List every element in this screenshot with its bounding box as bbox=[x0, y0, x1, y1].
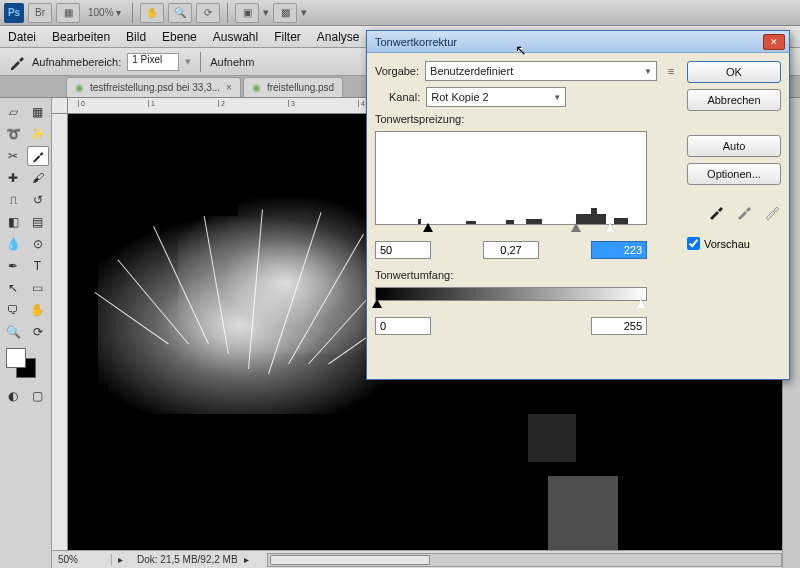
horizontal-scrollbar[interactable] bbox=[267, 553, 782, 567]
status-bar: 50% ▸ Dok: 21,5 MB/92,2 MB ▸ bbox=[52, 550, 782, 568]
tool-panel: ▱ ▦ ➰ ✨ ✂ ✚ 🖌 ⎍ ↺ ◧ ▤ 💧 ⊙ ✒ T ↖ ▭ 🗨 ✋ 🔍 … bbox=[0, 98, 52, 568]
zoom-icon[interactable]: 🔍 bbox=[168, 3, 192, 23]
type-tool[interactable]: T bbox=[27, 256, 49, 276]
app-logo: Ps bbox=[4, 3, 24, 23]
pen-tool[interactable]: ✒ bbox=[2, 256, 24, 276]
blur-tool[interactable]: 💧 bbox=[2, 234, 24, 254]
history-brush-tool[interactable]: ↺ bbox=[27, 190, 49, 210]
close-icon[interactable]: × bbox=[226, 82, 232, 93]
histogram[interactable] bbox=[375, 131, 647, 225]
menu-bild[interactable]: Bild bbox=[126, 30, 146, 44]
preset-dropdown[interactable]: Benutzerdefiniert▼ bbox=[425, 61, 657, 81]
zoom-display[interactable]: 100% ▾ bbox=[84, 7, 125, 18]
eyedropper-tool-icon bbox=[8, 53, 26, 71]
channel-dropdown[interactable]: Rot Kopie 2▼ bbox=[426, 87, 566, 107]
close-button[interactable]: ✕ bbox=[763, 34, 785, 50]
preset-menu-icon[interactable]: ≡ bbox=[663, 65, 679, 77]
menu-bearbeiten[interactable]: Bearbeiten bbox=[52, 30, 110, 44]
top-toolbar: Ps Br ▦ 100% ▾ ✋ 🔍 ⟳ ▣ ▾ ▩ ▾ bbox=[0, 0, 800, 26]
output-label: Tonwertumfang: bbox=[375, 269, 453, 281]
levels-dialog: Tonwertkorrektur ✕ Vorgabe: Benutzerdefi… bbox=[366, 30, 790, 380]
dodge-tool[interactable]: ⊙ bbox=[27, 234, 49, 254]
status-arrow-icon[interactable]: ▸ bbox=[112, 554, 129, 565]
preset-label: Vorgabe: bbox=[375, 65, 419, 77]
white-eyedropper-icon[interactable] bbox=[763, 203, 781, 221]
brush-tool[interactable]: 🖌 bbox=[27, 168, 49, 188]
preview-label: Vorschau bbox=[704, 238, 750, 250]
ruler-vertical[interactable] bbox=[52, 114, 68, 550]
heal-tool[interactable]: ✚ bbox=[2, 168, 24, 188]
midpoint-slider[interactable] bbox=[571, 223, 581, 232]
options-button[interactable]: Optionen... bbox=[687, 163, 781, 185]
hand-icon[interactable]: ✋ bbox=[140, 3, 164, 23]
rotate-icon[interactable]: ⟳ bbox=[196, 3, 220, 23]
menu-auswahl[interactable]: Auswahl bbox=[213, 30, 258, 44]
zoom-tool[interactable]: 🔍 bbox=[2, 322, 24, 342]
output-gradient[interactable] bbox=[375, 287, 647, 301]
input-slider[interactable] bbox=[375, 225, 647, 235]
black-point-slider[interactable] bbox=[423, 223, 433, 232]
output-black-slider[interactable] bbox=[372, 299, 382, 308]
menu-ebene[interactable]: Ebene bbox=[162, 30, 197, 44]
color-swatches[interactable] bbox=[2, 348, 49, 384]
rotate-view-tool[interactable]: ⟳ bbox=[27, 322, 49, 342]
output-black-field[interactable] bbox=[375, 317, 431, 335]
auto-button[interactable]: Auto bbox=[687, 135, 781, 157]
menu-filter[interactable]: Filter bbox=[274, 30, 301, 44]
output-white-field[interactable] bbox=[591, 317, 647, 335]
bridge-button[interactable]: Br bbox=[28, 3, 52, 23]
crop-tool[interactable]: ✂ bbox=[2, 146, 24, 166]
screenmode-toggle[interactable]: ▢ bbox=[27, 386, 49, 406]
menu-analyse[interactable]: Analyse bbox=[317, 30, 360, 44]
notes-tool[interactable]: 🗨 bbox=[2, 300, 24, 320]
channel-label: Kanal: bbox=[389, 91, 420, 103]
zoom-level[interactable]: 50% bbox=[52, 554, 112, 565]
black-eyedropper-icon[interactable] bbox=[707, 203, 725, 221]
eyedropper-tool[interactable] bbox=[27, 146, 49, 166]
foreground-swatch[interactable] bbox=[6, 348, 26, 368]
status-arrow-icon[interactable]: ▸ bbox=[238, 554, 255, 565]
document-tab[interactable]: ◉testfreistellung.psd bei 33,3...× bbox=[66, 77, 241, 97]
preview-checkbox[interactable] bbox=[687, 237, 700, 250]
marquee-tool[interactable]: ▦ bbox=[27, 102, 49, 122]
hand-tool[interactable]: ✋ bbox=[27, 300, 49, 320]
ruler-corner bbox=[52, 98, 68, 114]
dialog-titlebar[interactable]: Tonwertkorrektur ✕ bbox=[367, 31, 789, 53]
input-black-field[interactable] bbox=[375, 241, 431, 259]
input-mid-field[interactable] bbox=[483, 241, 539, 259]
document-size: Dok: 21,5 MB/92,2 MB bbox=[129, 554, 238, 565]
wand-tool[interactable]: ✨ bbox=[27, 124, 49, 144]
move-tool[interactable]: ▱ bbox=[2, 102, 24, 122]
eraser-tool[interactable]: ◧ bbox=[2, 212, 24, 232]
input-white-field[interactable] bbox=[591, 241, 647, 259]
film-icon[interactable]: ▦ bbox=[56, 3, 80, 23]
spread-label: Tonwertspreizung: bbox=[375, 113, 464, 125]
arrange-icon[interactable]: ▣ bbox=[235, 3, 259, 23]
shape-tool[interactable]: ▭ bbox=[27, 278, 49, 298]
output-white-slider[interactable] bbox=[636, 299, 646, 308]
screenmode-dropdown-arrow[interactable]: ▾ bbox=[301, 6, 307, 19]
output-slider[interactable] bbox=[375, 301, 647, 311]
dialog-title: Tonwertkorrektur bbox=[371, 36, 763, 48]
sample-size-label: Aufnahmebereich: bbox=[32, 56, 121, 68]
menu-datei[interactable]: Datei bbox=[8, 30, 36, 44]
gradient-tool[interactable]: ▤ bbox=[27, 212, 49, 232]
ok-button[interactable]: OK bbox=[687, 61, 781, 83]
lasso-tool[interactable]: ➰ bbox=[2, 124, 24, 144]
white-point-slider[interactable] bbox=[605, 223, 615, 232]
path-tool[interactable]: ↖ bbox=[2, 278, 24, 298]
cancel-button[interactable]: Abbrechen bbox=[687, 89, 781, 111]
gray-eyedropper-icon[interactable] bbox=[735, 203, 753, 221]
sample-size-dropdown[interactable]: 1 Pixel bbox=[127, 53, 179, 71]
screenmode-icon[interactable]: ▩ bbox=[273, 3, 297, 23]
stamp-tool[interactable]: ⎍ bbox=[2, 190, 24, 210]
document-tab[interactable]: ◉freistellung.psd bbox=[243, 77, 343, 97]
sample2-label: Aufnehm bbox=[210, 56, 254, 68]
quickmask-toggle[interactable]: ◐ bbox=[2, 386, 24, 406]
arrange-dropdown-arrow[interactable]: ▾ bbox=[263, 6, 269, 19]
